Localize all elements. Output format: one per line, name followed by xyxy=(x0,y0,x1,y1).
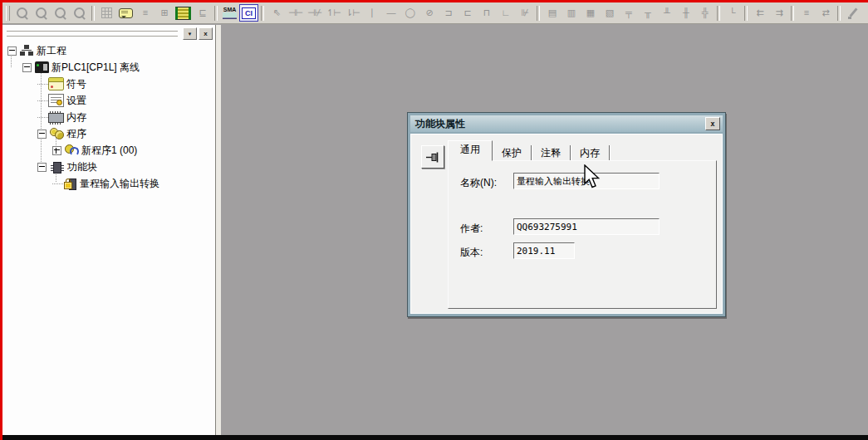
tree-item-label: 新程序1 (00) xyxy=(79,144,137,158)
contact-nc-icon: ⊣⊬ xyxy=(307,8,321,17)
tree-item-program1[interactable]: 新程序1 (00) xyxy=(2,142,215,159)
pin-button[interactable] xyxy=(421,145,444,169)
dialog-close-button[interactable]: x xyxy=(705,117,720,130)
grid-button[interactable] xyxy=(97,4,116,22)
indent-rung-icon: ⇉ xyxy=(775,8,782,17)
select-mode-icon: ⇖ xyxy=(272,8,279,17)
cut-rung-button[interactable]: ⊮ xyxy=(515,4,534,22)
pc-pt-screen-d-button[interactable]: ▧ xyxy=(600,4,619,22)
plc-icon xyxy=(35,61,49,73)
author-label: 作者: xyxy=(460,222,483,236)
mnemonic-view-button[interactable]: ⊑ xyxy=(193,4,212,22)
capture-frame-top xyxy=(0,0,868,2)
toolbar-separator xyxy=(261,6,264,21)
zoom-out-button[interactable] xyxy=(70,4,89,22)
collapse-icon[interactable] xyxy=(37,163,47,172)
author-input[interactable] xyxy=(513,218,660,235)
application-window: ≡⊞⊑SMACI⇖⊣⊢⊣⊬↿⊢⇂⊢∣—◯⊘⊐⊏⊓∟⊮▤▥▦▧╤╥╨╫╬└⇇⇉≡⇄… xyxy=(0,0,868,440)
toolbar-grip[interactable] xyxy=(6,6,10,21)
panel-dropdown-button[interactable]: ▼ xyxy=(183,27,197,40)
toolbar-group: ⇖⊣⊢⊣⊬↿⊢⇂⊢∣—◯⊘⊐⊏⊓∟⊮ xyxy=(267,4,534,22)
collapse-icon[interactable] xyxy=(22,63,32,72)
pc-pt-screen-a-button[interactable]: ▤ xyxy=(542,4,562,22)
contact-no-button[interactable]: ⊣⊢ xyxy=(286,4,305,22)
collapse-icon[interactable] xyxy=(37,130,47,139)
revert-rungs-button[interactable]: ⇄ xyxy=(816,4,835,22)
toolbar-separator xyxy=(537,6,540,21)
toolbar-separator xyxy=(717,6,720,21)
rung-comment-button[interactable] xyxy=(116,4,135,22)
capture-frame-left xyxy=(0,0,2,440)
dialog-body: 通用保护注释内存 名称(N):作者:版本: xyxy=(410,134,723,314)
tree-item-fb-range-conversion[interactable]: 量程输入输出转换 xyxy=(2,175,215,192)
contact-down-button[interactable]: ⇂⊢ xyxy=(343,4,362,22)
name-label: 名称(N): xyxy=(460,176,497,190)
tab-general[interactable]: 通用 xyxy=(448,140,493,161)
ci-instruction-button[interactable]: CI xyxy=(239,4,258,22)
tree-item-label: 新PLC1[CP1L] 离线 xyxy=(49,61,140,75)
tree-item-memory[interactable]: 内存 xyxy=(2,109,215,125)
project-icon xyxy=(20,45,34,56)
contact-up-icon: ↿⊢ xyxy=(326,8,341,17)
contact-nc-button[interactable]: ⊣⊬ xyxy=(305,4,324,22)
panel-splitter[interactable] xyxy=(216,25,221,435)
grid-icon xyxy=(101,7,112,18)
coil-nc-button[interactable]: ⊘ xyxy=(419,4,439,22)
ladder-diagram-icon xyxy=(175,7,191,20)
tab-comment[interactable]: 注释 xyxy=(532,145,571,161)
fb-icon xyxy=(53,162,61,174)
panel-close-button[interactable]: x xyxy=(199,27,213,40)
expand-icon[interactable] xyxy=(52,146,61,155)
horizontal-line-button[interactable]: — xyxy=(381,4,400,22)
set-coil-button[interactable]: ⊐ xyxy=(439,4,458,22)
align-rungs-icon: ≡ xyxy=(804,8,808,17)
io-comment-button[interactable]: ⊞ xyxy=(154,4,174,22)
pc-pt-screen-c-button[interactable]: ▦ xyxy=(581,4,600,22)
tree-item-programs[interactable]: 程序 xyxy=(2,125,215,142)
tab-protection[interactable]: 保护 xyxy=(493,145,532,161)
panel-gripper[interactable] xyxy=(7,31,178,37)
zoom-region-button[interactable] xyxy=(32,4,51,22)
tree-item-plc[interactable]: 新PLC1[CP1L] 离线 xyxy=(2,59,215,76)
rung-join-icon: ╬ xyxy=(702,8,708,17)
rung-delete-below-button[interactable]: ╫ xyxy=(676,4,695,22)
rung-insert-above-button[interactable]: ╤ xyxy=(619,4,638,22)
align-rungs-button[interactable]: ≡ xyxy=(797,4,816,22)
contact-no-icon: ⊣⊢ xyxy=(288,8,302,17)
function-block-invoke-icon: ⊓ xyxy=(483,8,490,17)
ladder-diagram-button[interactable] xyxy=(174,4,193,22)
collapse-icon[interactable] xyxy=(7,46,17,56)
function-block-invoke-button[interactable]: ⊓ xyxy=(477,4,496,22)
coil-button[interactable]: ◯ xyxy=(400,4,419,22)
zoom-in-button[interactable] xyxy=(51,4,70,22)
pc-pt-screen-b-button[interactable]: ▥ xyxy=(562,4,581,22)
draw-tool-button[interactable] xyxy=(843,4,862,22)
draw-tool-icon xyxy=(847,7,859,19)
rung-join-button[interactable]: ╬ xyxy=(695,4,714,22)
tab-memory[interactable]: 内存 xyxy=(571,145,610,161)
lock-shackle xyxy=(66,178,71,183)
reset-coil-button[interactable]: ⊏ xyxy=(458,4,477,22)
zoom-select-button[interactable] xyxy=(12,4,32,22)
outdent-rung-button[interactable]: ⇇ xyxy=(750,4,769,22)
toolbar-group: ▤▥▦▧╤╥╨╫╬ xyxy=(542,4,714,22)
dialog-title-bar[interactable]: 功能块属性 x xyxy=(410,115,723,132)
version-input[interactable] xyxy=(513,242,575,259)
sma-library-button[interactable]: SMA xyxy=(220,4,239,22)
rung-insert-below-button[interactable]: ╥ xyxy=(638,4,657,22)
branch-line-button[interactable]: └ xyxy=(723,4,742,22)
cut-rung-icon: ⊮ xyxy=(521,8,528,17)
tree-branch-stub xyxy=(37,84,48,85)
tree-item-function-blocks[interactable]: 功能块 xyxy=(2,159,215,175)
rung-delete-above-button[interactable]: ╨ xyxy=(657,4,676,22)
address-reference-button[interactable]: ≡ xyxy=(135,4,154,22)
set-coil-icon: ⊐ xyxy=(444,8,451,17)
tree-item-project[interactable]: 新工程 xyxy=(2,42,215,59)
select-mode-button[interactable]: ⇖ xyxy=(267,4,286,22)
indent-rung-button[interactable]: ⇉ xyxy=(769,4,788,22)
vertical-line-button[interactable]: ∣ xyxy=(362,4,381,22)
tree-item-symbols[interactable]: 符号 xyxy=(2,76,215,92)
end-line-button[interactable]: ∟ xyxy=(496,4,515,22)
tree-item-settings[interactable]: 设置 xyxy=(2,92,215,109)
contact-up-button[interactable]: ↿⊢ xyxy=(324,4,343,22)
